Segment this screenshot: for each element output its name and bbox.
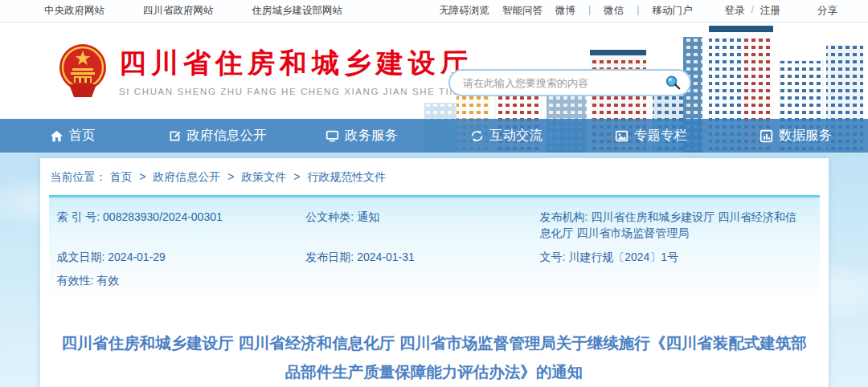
- breadcrumb-info-disclosure[interactable]: 政府信息公开: [153, 170, 220, 183]
- nav-item-interaction[interactable]: 互动交流: [434, 119, 579, 153]
- site-header: 四川省住房和城乡建设厅 SI CHUAN SHENG ZHU FANG HE C…: [0, 22, 868, 153]
- interaction-icon: [470, 129, 484, 143]
- data-chart-icon: [760, 129, 773, 143]
- main-nav: 首页 政府信息公开 政务服务 互动交流 专题专栏 数据服务: [0, 119, 868, 153]
- share-link[interactable]: 分享: [817, 4, 837, 18]
- link-weibo[interactable]: 微博: [555, 4, 575, 18]
- site-brand: 四川省住房和城乡建设厅 SI CHUAN SHENG ZHU FANG HE C…: [58, 43, 473, 99]
- login-link[interactable]: 登录: [725, 4, 745, 18]
- breadcrumb-home[interactable]: 首页: [109, 170, 132, 183]
- nav-item-data-service[interactable]: 数据服务: [723, 119, 868, 153]
- page-background: 当前位置： 首页 > 政府信息公开 > 政策文件 > 行政规范性文件 索 引 号…: [0, 153, 868, 387]
- doc-type-field: 公文种类: 通知: [305, 209, 539, 242]
- link-sichuan-gov[interactable]: 四川省政府网站: [143, 4, 214, 18]
- search-icon[interactable]: [664, 74, 682, 92]
- breadcrumb-label: 当前位置：: [51, 170, 107, 183]
- topics-icon: [615, 129, 628, 143]
- divider: |: [588, 4, 591, 18]
- nav-item-info-disclosure[interactable]: 政府信息公开: [145, 119, 289, 153]
- doc-agency-field: 发布机构: 四川省住房和城乡建设厅 四川省经济和信息化厅 四川省市场监督管理局: [539, 209, 811, 242]
- register-link[interactable]: 注册: [760, 4, 780, 18]
- link-smart-qa[interactable]: 智能问答: [502, 4, 542, 18]
- monitor-icon: [326, 129, 339, 143]
- link-mobile-portal[interactable]: 移动门户: [653, 4, 693, 18]
- doc-number-field: 文号: 川建行规〔2024〕1号: [539, 249, 811, 265]
- link-central-gov[interactable]: 中央政府网站: [44, 4, 104, 18]
- document-title: 四川省住房和城乡建设厅 四川省经济和信息化厅 四川省市场监督管理局关于继续施行《…: [60, 328, 808, 386]
- doc-index-field: 索 引 号: 008283930/2024-00301: [57, 209, 306, 242]
- nav-item-home[interactable]: 首页: [0, 119, 145, 153]
- nav-item-topics[interactable]: 专题专栏: [579, 119, 723, 153]
- info-disclosure-icon: [168, 129, 182, 143]
- content-card: 当前位置： 首页 > 政府信息公开 > 政策文件 > 行政规范性文件 索 引 号…: [40, 158, 829, 387]
- site-subtitle: SI CHUAN SHENG ZHU FANG HE CHENG XIANG J…: [119, 87, 473, 96]
- site-title: 四川省住房和城乡建设厅: [119, 45, 473, 82]
- link-mohurd[interactable]: 住房城乡建设部网站: [252, 4, 343, 18]
- home-icon: [50, 129, 63, 143]
- nav-item-services[interactable]: 政务服务: [289, 119, 434, 153]
- doc-publish-date-field: 发布日期: 2024-01-31: [305, 249, 539, 265]
- search-input[interactable]: [463, 77, 664, 89]
- breadcrumb-regulatory-docs[interactable]: 行政规范性文件: [307, 170, 386, 183]
- search-box: [448, 69, 691, 96]
- doc-validity-field: 有效性: 有效: [57, 272, 306, 288]
- link-accessibility[interactable]: 无障碍浏览: [440, 4, 490, 18]
- link-wechat[interactable]: 微信: [604, 4, 624, 18]
- doc-written-date-field: 成文日期: 2024-01-29: [57, 249, 306, 265]
- divider: |: [637, 4, 639, 18]
- breadcrumb: 当前位置： 首页 > 政府信息公开 > 政策文件 > 行政规范性文件: [49, 158, 820, 195]
- utility-topbar: 中央政府网站 四川省政府网站 住房城乡建设部网站 无障碍浏览 智能问答 微博 |…: [0, 0, 868, 22]
- breadcrumb-policy-docs[interactable]: 政策文件: [241, 170, 286, 183]
- national-emblem-icon: [58, 43, 108, 99]
- document-info-panel: 索 引 号: 008283930/2024-00301 公文种类: 通知 发布机…: [49, 195, 820, 301]
- divider: /: [751, 4, 754, 18]
